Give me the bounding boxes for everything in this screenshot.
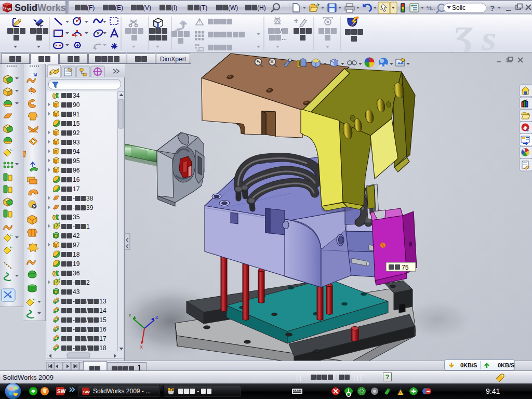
svg-text:!: ! [400,391,401,395]
svg-text:X: X [140,344,143,350]
svg-text:⅍..: ⅍.. [426,5,435,11]
svg-text:Solic: Solic [452,4,466,11]
svg-text:?: ? [490,4,495,12]
svg-text:W: W [7,7,11,11]
svg-text:S: S [3,6,6,10]
svg-text:SW: SW [57,389,66,394]
svg-text:9:41: 9:41 [486,387,500,395]
svg-text:Ʒs: Ʒs [449,20,504,52]
svg-text:Y: Y [128,313,131,318]
svg-text:SW: SW [83,390,90,394]
svg-text:Z: Z [155,315,158,320]
svg-text:75: 75 [402,264,409,271]
